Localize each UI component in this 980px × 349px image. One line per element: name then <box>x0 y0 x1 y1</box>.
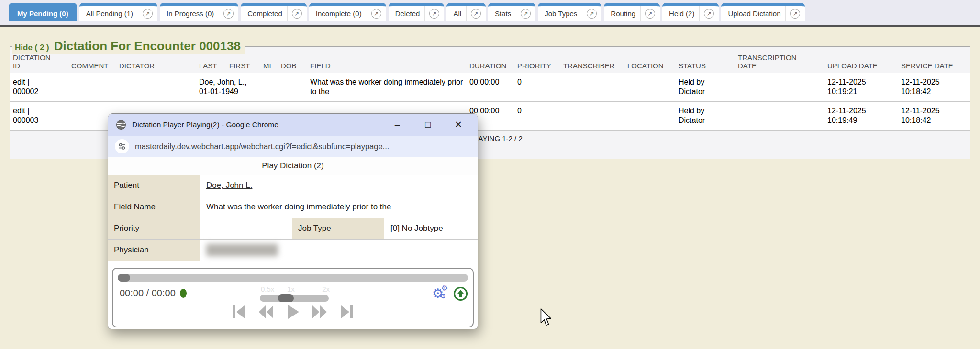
playback-progress-bar[interactable] <box>118 274 468 282</box>
cell-status: Held by Dictator <box>676 73 735 102</box>
speed-label-1x: 1x <box>287 285 295 293</box>
upload-circle-icon[interactable] <box>453 286 468 301</box>
col-service-date[interactable]: SERVICE DATE <box>898 47 970 73</box>
priority-label: Priority <box>108 218 200 239</box>
speed-label-2x: 2x <box>322 285 330 293</box>
priority-value <box>200 218 292 239</box>
tab-all-pending[interactable]: All Pending (1) ↗ <box>79 3 157 21</box>
open-in-new-window-button[interactable]: ↗ <box>424 6 444 21</box>
col-mi[interactable]: MI <box>260 47 278 73</box>
external-link-icon: ↗ <box>471 9 481 19</box>
col-duration[interactable]: DURATION <box>467 47 514 73</box>
cell-upload-date: 12-11-2025 10:19:49 <box>824 102 898 131</box>
cell-dictation-id[interactable]: edit | 000002 <box>10 73 68 102</box>
play-button[interactable] <box>287 305 299 319</box>
cell-priority: 0 <box>514 102 560 131</box>
tab-held[interactable]: Held (2) ↗ <box>662 3 719 21</box>
cell-upload-date: 12-11-2025 10:19:21 <box>824 73 898 102</box>
url-bar: masterdaily.dev.webchart.app/webchart.cg… <box>108 136 478 157</box>
cell-duration: 00:00:00 <box>467 73 514 102</box>
section-legend: Hide ( 2 ) Dictation For Encounter 00013… <box>12 39 245 54</box>
open-in-new-window-button[interactable]: ↗ <box>516 6 535 21</box>
cell-transcriber <box>560 73 624 102</box>
progress-handle[interactable] <box>118 274 130 282</box>
open-in-new-window-button[interactable]: ↗ <box>640 6 660 21</box>
tab-label: My Pending (0) <box>9 10 77 18</box>
patient-label: Patient <box>108 175 200 196</box>
maximize-button[interactable]: □ <box>412 114 443 136</box>
tab-label: Incomplete (0) <box>309 10 367 18</box>
tab-upload-dictation[interactable]: Upload Dictation ↗ <box>721 3 805 21</box>
cell-status: Held by Dictator <box>676 102 735 131</box>
col-dob[interactable]: DOB <box>278 47 307 73</box>
open-in-new-window-button[interactable]: ↗ <box>138 6 157 21</box>
open-in-new-window-button[interactable]: ↗ <box>287 6 307 21</box>
cell-service-date: 12-11-2025 10:18:42 <box>898 102 970 131</box>
open-in-new-window-button[interactable]: ↗ <box>367 6 386 21</box>
tab-all[interactable]: All ↗ <box>446 3 486 21</box>
mouse-cursor <box>540 308 552 327</box>
tab-label: In Progress (0) <box>160 10 219 18</box>
skip-to-start-button[interactable] <box>232 305 245 318</box>
physician-label: Physician <box>108 240 200 261</box>
open-in-new-window-button[interactable]: ↗ <box>582 6 601 21</box>
speed-slider[interactable] <box>260 295 329 302</box>
external-link-icon: ↗ <box>371 9 381 19</box>
col-status[interactable]: STATUS <box>676 47 735 73</box>
play-dictation-heading: Play Dictation (2) <box>108 157 478 175</box>
minimize-button[interactable]: – <box>382 114 412 136</box>
tab-deleted[interactable]: Deleted ↗ <box>389 3 445 21</box>
site-settings-button[interactable] <box>115 139 129 153</box>
page-title: Dictation For Encounter 000138 <box>54 39 241 54</box>
settings-gears-icon[interactable]: ⚙ ⚙ ⚙ <box>432 286 449 301</box>
speed-label-05x: 0.5x <box>261 285 274 293</box>
col-transcriber[interactable]: TRANSCRIBER <box>560 47 624 73</box>
speed-control: 0.5x 1x 2x <box>260 285 329 304</box>
close-button[interactable]: ✕ <box>443 114 474 136</box>
tab-my-pending[interactable]: My Pending (0) <box>9 3 77 21</box>
window-controls: – □ ✕ <box>382 114 474 136</box>
tab-completed[interactable]: Completed ↗ <box>241 3 307 21</box>
cell-dictation-id[interactable]: edit | 000003 <box>10 102 68 131</box>
speed-slider-handle[interactable] <box>278 294 294 302</box>
col-location[interactable]: LOCATION <box>624 47 676 73</box>
tab-job-types[interactable]: Job Types ↗ <box>538 3 601 21</box>
cell-service-date: 12-11-2025 10:18:42 <box>898 73 970 102</box>
tab-in-progress[interactable]: In Progress (0) ↗ <box>160 3 238 21</box>
open-in-new-window-button[interactable]: ↗ <box>699 6 719 21</box>
fast-forward-button[interactable] <box>312 305 328 318</box>
patient-link[interactable]: Doe, John L. <box>206 181 252 190</box>
cell-transcription-date <box>735 102 824 131</box>
transport-controls <box>113 305 473 319</box>
tab-label: Routing <box>604 10 640 18</box>
skip-to-end-button[interactable] <box>340 305 354 318</box>
tab-routing[interactable]: Routing ↗ <box>604 3 660 21</box>
priority-jobtype-row: Priority Job Type [0] No Jobtype <box>108 218 478 240</box>
open-in-new-window-button[interactable]: ↗ <box>219 6 238 21</box>
dictation-app: { "tab_bar": { "tabs": [ { "label": "My … <box>0 0 980 349</box>
rewind-button[interactable] <box>258 305 274 318</box>
open-in-new-window-button[interactable]: ↗ <box>785 6 805 21</box>
field-name-value: What was the worker doing immediately pr… <box>200 196 478 218</box>
col-field[interactable]: FIELD <box>307 47 467 73</box>
tab-label: Deleted <box>389 10 425 18</box>
window-title-bar[interactable]: Dictation Player Playing(2) - Google Chr… <box>108 114 478 136</box>
external-link-icon: ↗ <box>587 9 597 19</box>
col-transcription-date[interactable]: TRANSCRIPTION DATE <box>735 47 824 73</box>
open-in-new-window-button[interactable]: ↗ <box>466 6 486 21</box>
tab-stats[interactable]: Stats ↗ <box>488 3 535 21</box>
cell-comment <box>68 73 116 102</box>
cell-field: What was the worker doing immediately pr… <box>307 73 467 102</box>
tab-incomplete[interactable]: Incomplete (0) ↗ <box>309 3 386 21</box>
status-dot <box>180 289 187 298</box>
page-url[interactable]: masterdaily.dev.webchart.app/webchart.cg… <box>135 142 389 151</box>
redacted-physician-name <box>206 244 278 256</box>
tab-label: Held (2) <box>662 10 699 18</box>
field-name-row: Field Name What was the worker doing imm… <box>108 196 478 218</box>
table-row: edit | 000002 Doe, John, L., 01-01-1949 … <box>10 73 970 102</box>
col-priority[interactable]: PRIORITY <box>514 47 560 73</box>
col-upload-date[interactable]: UPLOAD DATE <box>824 47 898 73</box>
physician-row: Physician <box>108 240 478 261</box>
hide-section-link[interactable]: Hide ( 2 ) <box>15 43 49 53</box>
patient-row: Patient Doe, John L. <box>108 175 478 196</box>
